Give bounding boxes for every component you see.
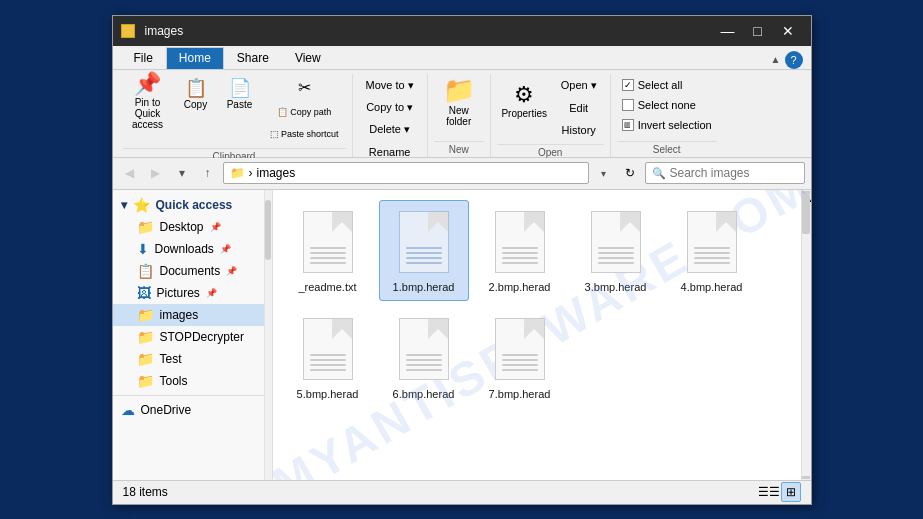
- scrollbar-down-arrow[interactable]: ▼: [802, 476, 810, 479]
- sidebar-item-documents[interactable]: 📋 Documents 📌: [113, 260, 272, 282]
- select-none-checkbox: [622, 99, 634, 111]
- cut-copypath-group: ✂ 📋 Copy path ⬚ Paste shortcut: [263, 74, 346, 144]
- search-input[interactable]: [670, 166, 820, 180]
- onedrive-icon: ☁: [121, 402, 135, 418]
- delete-button[interactable]: Delete ▾: [359, 120, 421, 140]
- f4-file-icon: [682, 207, 742, 277]
- select-group: ✓ Select all Select none ▥ Invert select…: [611, 74, 723, 157]
- properties-button[interactable]: ⚙ Properties: [497, 74, 552, 130]
- file-item-4bmp[interactable]: 4.bmp.herad: [667, 200, 757, 301]
- sidebar-item-onedrive[interactable]: ☁ OneDrive: [113, 399, 272, 421]
- back-button[interactable]: ◀: [119, 162, 141, 184]
- properties-icon: ⚙: [514, 84, 534, 106]
- sidebar-scrollbar[interactable]: [264, 190, 272, 480]
- test-folder-icon: 📁: [137, 351, 154, 367]
- f5-file-name: 5.bmp.herad: [297, 388, 359, 401]
- recent-button[interactable]: ▾: [171, 162, 193, 184]
- tab-file[interactable]: File: [121, 47, 166, 69]
- ribbon-collapse-arrow[interactable]: ▲: [771, 54, 781, 65]
- list-view-button[interactable]: ☰☰: [759, 482, 779, 502]
- cut-button[interactable]: ✂: [263, 76, 346, 100]
- file-item-2bmp[interactable]: 2.bmp.herad: [475, 200, 565, 301]
- paste-icon: 📄: [229, 79, 251, 97]
- close-button[interactable]: ✕: [773, 16, 803, 46]
- clipboard-group-content: 📌 Pin to Quick access 📋 Copy 📄 Paste ✂ 📋…: [123, 74, 346, 148]
- f2-file-icon: [490, 207, 550, 277]
- paste-shortcut-button[interactable]: ⬚ Paste shortcut: [263, 124, 346, 144]
- forward-button[interactable]: ▶: [145, 162, 167, 184]
- f3-file-icon: [586, 207, 646, 277]
- help-button[interactable]: ?: [785, 51, 803, 69]
- history-button[interactable]: History: [554, 120, 604, 140]
- select-none-button[interactable]: Select none: [617, 96, 717, 114]
- file-area-scrollbar[interactable]: ▲ ▼: [801, 190, 811, 480]
- maximize-button[interactable]: □: [743, 16, 773, 46]
- quick-access-expand-icon: ▾: [121, 198, 127, 212]
- grid-view-button[interactable]: ⊞: [781, 482, 801, 502]
- search-icon: 🔍: [652, 167, 666, 180]
- tab-home[interactable]: Home: [166, 47, 224, 69]
- documents-folder-icon: 📋: [137, 263, 154, 279]
- new-folder-button[interactable]: 📁 New folder: [434, 74, 484, 130]
- file-item-6bmp[interactable]: 6.bmp.herad: [379, 307, 469, 408]
- open-button[interactable]: Open ▾: [554, 76, 604, 96]
- tab-share[interactable]: Share: [224, 47, 282, 69]
- path-current: images: [257, 166, 296, 180]
- ribbon-tab-row: File Home Share View ▲ ?: [113, 46, 811, 70]
- file-item-1bmp[interactable]: 1.bmp.herad: [379, 200, 469, 301]
- up-button[interactable]: ↑: [197, 162, 219, 184]
- scrollbar-track[interactable]: [802, 194, 810, 476]
- select-label: Select: [617, 141, 717, 157]
- ribbon-info-area: ▲ ?: [771, 51, 803, 69]
- sidebar-quick-access-header[interactable]: ▾ ⭐ Quick access: [113, 194, 272, 216]
- sidebar-item-desktop[interactable]: 📁 Desktop 📌: [113, 216, 272, 238]
- images-folder-icon: 📁: [137, 307, 154, 323]
- copy-path-button[interactable]: 📋 Copy path: [263, 102, 346, 122]
- sidebar-item-images[interactable]: 📁 images: [113, 304, 272, 326]
- sidebar-scrollbar-thumb: [265, 200, 271, 260]
- file-item-readme[interactable]: _readme.txt: [283, 200, 373, 301]
- address-path-bar[interactable]: 📁 › images: [223, 162, 589, 184]
- tools-folder-icon: 📁: [137, 373, 154, 389]
- move-to-button[interactable]: Move to ▾: [359, 76, 421, 96]
- file-item-5bmp[interactable]: 5.bmp.herad: [283, 307, 373, 408]
- main-area: ▾ ⭐ Quick access 📁 Desktop 📌 ⬇ Downloads…: [113, 190, 811, 480]
- address-bar: ◀ ▶ ▾ ↑ 📁 › images ▾ ↻ 🔍: [113, 158, 811, 190]
- f1-file-name: 1.bmp.herad: [393, 281, 455, 294]
- tab-view[interactable]: View: [282, 47, 334, 69]
- paste-button[interactable]: 📄 Paste: [219, 74, 261, 130]
- f3-file-name: 3.bmp.herad: [585, 281, 647, 294]
- view-icons: ☰☰ ⊞: [759, 482, 801, 502]
- select-all-button[interactable]: ✓ Select all: [617, 76, 717, 94]
- organize-group: Move to ▾ Copy to ▾ Delete ▾ Rename Orga…: [353, 74, 428, 157]
- copy-button[interactable]: 📋 Copy: [175, 74, 217, 130]
- edit-button[interactable]: Edit: [554, 98, 604, 118]
- path-dropdown-button[interactable]: ▾: [593, 162, 615, 184]
- stopdecrypter-folder-icon: 📁: [137, 329, 154, 345]
- pin-icon: 📌: [134, 73, 161, 95]
- invert-selection-button[interactable]: ▥ Invert selection: [617, 116, 717, 134]
- readme-file-icon: [298, 207, 358, 277]
- file-item-3bmp[interactable]: 3.bmp.herad: [571, 200, 661, 301]
- downloads-pin-icon: 📌: [220, 244, 231, 254]
- sidebar-item-tools[interactable]: 📁 Tools: [113, 370, 272, 392]
- status-item-count: 18 items: [123, 485, 751, 499]
- select-all-checkbox: ✓: [622, 79, 634, 91]
- minimize-button[interactable]: —: [713, 16, 743, 46]
- open-group-content: ⚙ Properties Open ▾ Edit History: [497, 74, 604, 144]
- title-bar: images — □ ✕: [113, 16, 811, 46]
- new-folder-icon: 📁: [443, 77, 475, 103]
- status-bar: 18 items ☰☰ ⊞: [113, 480, 811, 504]
- sidebar-item-pictures[interactable]: 🖼 Pictures 📌: [113, 282, 272, 304]
- file-item-7bmp[interactable]: 7.bmp.herad: [475, 307, 565, 408]
- search-box: 🔍: [645, 162, 805, 184]
- f6-file-name: 6.bmp.herad: [393, 388, 455, 401]
- copy-to-button[interactable]: Copy to ▾: [359, 98, 421, 118]
- pin-quick-access-button[interactable]: 📌 Pin to Quick access: [123, 74, 173, 130]
- sidebar: ▾ ⭐ Quick access 📁 Desktop 📌 ⬇ Downloads…: [113, 190, 273, 480]
- open-group: ⚙ Properties Open ▾ Edit History Open: [491, 74, 611, 157]
- sidebar-item-stopdecrypter[interactable]: 📁 STOPDecrypter: [113, 326, 272, 348]
- refresh-button[interactable]: ↻: [619, 162, 641, 184]
- sidebar-item-test[interactable]: 📁 Test: [113, 348, 272, 370]
- sidebar-item-downloads[interactable]: ⬇ Downloads 📌: [113, 238, 272, 260]
